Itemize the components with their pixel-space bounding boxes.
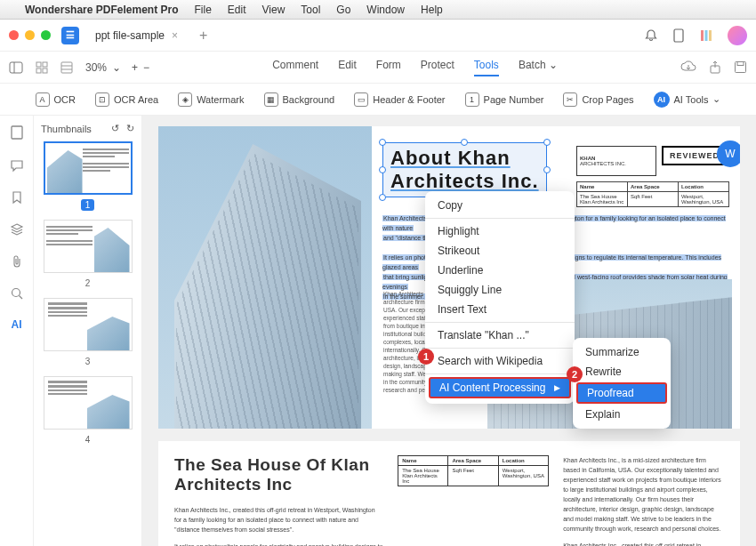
list-view-icon[interactable] [60,61,73,74]
thumbnail-page-1[interactable]: 1 [41,141,134,211]
context-translate[interactable]: Translate "Khan ..." [425,325,575,345]
context-copy[interactable]: Copy [425,196,575,215]
tab-form[interactable]: Form [376,59,401,76]
crop-icon: ✂ [563,92,577,107]
bell-icon[interactable] [644,28,658,43]
rotate-right-icon[interactable]: ↻ [126,123,134,134]
ocr-button[interactable]: AOCR [36,92,76,107]
svg-rect-15 [737,61,744,65]
ocr-area-button[interactable]: ⊡OCR Area [95,92,158,107]
save-icon[interactable] [734,60,747,75]
new-tab-button[interactable]: + [199,28,207,44]
thumbnails-rail-icon[interactable] [10,124,24,141]
cloud-icon[interactable] [680,60,696,75]
page2-title: The Sea House Of Klan Architects Inc [174,455,383,494]
context-insert-text[interactable]: Insert Text [425,300,575,319]
menu-tool[interactable]: Tool [301,4,320,16]
palette-icon[interactable] [699,28,713,43]
tab-title: ppt file-sample [95,29,165,42]
menu-help[interactable]: Help [421,4,443,16]
minimize-window-button[interactable] [25,30,35,40]
thumbnail-page-2[interactable]: 2 [41,220,134,289]
maximize-window-button[interactable] [41,30,51,40]
tab-edit[interactable]: Edit [338,59,357,76]
background-icon: ▦ [264,92,278,107]
context-ai-content-processing[interactable]: AI Content Processing ▶ [429,377,571,398]
thumbnails-title: Thumbnails [41,124,92,134]
svg-rect-8 [36,68,41,73]
header-footer-button[interactable]: ▭Header & Footer [354,92,445,107]
submenu-rewrite[interactable]: Rewrite [573,362,671,381]
tab-comment[interactable]: Comment [272,59,318,76]
document-tab[interactable]: ppt file-sample × [86,26,187,45]
zoom-in-button[interactable]: + [132,61,138,74]
menu-edit[interactable]: Edit [228,4,246,16]
chevron-down-icon: ⌄ [112,61,121,74]
context-wikipedia[interactable]: Search with Wikipedia [425,351,575,371]
context-squiggly[interactable]: Squiggly Line [425,280,575,300]
callout-badge-2: 2 [567,366,583,382]
page2-para2: It relies on photovoltaic panels for ele… [174,542,383,546]
svg-rect-0 [674,29,683,42]
sidebar-toggle-icon[interactable] [9,61,23,74]
submenu-proofread[interactable]: Proofread [576,382,667,404]
thumbnail-page-4[interactable]: 4 [41,376,134,446]
menu-file[interactable]: File [195,4,212,16]
attachment-rail-icon[interactable] [11,254,23,269]
ai-rail-icon[interactable]: AI [12,318,22,331]
crop-pages-button[interactable]: ✂Crop Pages [563,92,633,107]
thumbnail-page-3[interactable]: 3 [41,298,134,367]
company-logo: KHAN ARCHITECTS INC. [576,146,656,176]
main-toolbar: 30% ⌄ + − Comment Edit Form Protect Tool… [0,52,756,84]
zoom-control[interactable]: 30% ⌄ + − [85,61,149,74]
close-tab-button[interactable]: × [172,29,178,42]
grid-view-icon[interactable] [36,61,48,74]
search-rail-icon[interactable] [10,286,24,301]
svg-rect-7 [43,62,47,67]
rotate-left-icon[interactable]: ↺ [111,123,119,134]
zoom-out-button[interactable]: − [143,61,149,74]
tab-tools[interactable]: Tools [474,59,499,76]
device-icon[interactable] [672,28,685,43]
menu-go[interactable]: Go [336,4,350,16]
svg-rect-1 [701,30,704,41]
svg-rect-10 [61,62,72,73]
share-icon[interactable] [709,60,721,75]
menu-window[interactable]: Window [366,4,405,16]
watermark-button[interactable]: ◈Watermark [178,92,244,107]
svg-line-18 [19,296,22,300]
ai-tools-button[interactable]: AIAI Tools ⌄ [654,92,721,108]
context-strikeout[interactable]: Strikeout [425,241,575,261]
left-rail: AI [0,116,34,546]
context-highlight[interactable]: Highlight [425,221,575,241]
svg-rect-2 [705,30,708,41]
user-avatar[interactable] [728,26,747,45]
layers-rail-icon[interactable] [10,222,24,237]
page2-para1: Khan Architects Inc., created this off-g… [174,505,383,534]
tab-batch[interactable]: Batch ⌄ [519,59,558,76]
traffic-lights [9,30,51,40]
window-titlebar: ☰ ppt file-sample × + [0,20,756,52]
page-number-button[interactable]: 1Page Number [465,92,544,107]
context-underline[interactable]: Underline [425,261,575,280]
app-name[interactable]: Wondershare PDFelement Pro [25,4,179,16]
chevron-down-icon: ⌄ [712,93,720,105]
svg-rect-3 [709,30,712,41]
thumbnails-panel: Thumbnails ↺ ↻ 1 2 3 4 [34,116,142,546]
comment-rail-icon[interactable] [10,158,24,173]
selected-text-title[interactable]: About Khan Architects Inc. [382,142,547,197]
submenu-explain[interactable]: Explain [573,405,671,424]
zoom-value: 30% [85,61,107,74]
tab-protect[interactable]: Protect [421,59,454,76]
svg-rect-14 [735,61,745,72]
bookmark-rail-icon[interactable] [11,190,23,205]
submenu-summarize[interactable]: Summarize [573,342,671,362]
close-window-button[interactable] [9,30,19,40]
building-image [158,126,372,429]
svg-rect-9 [43,68,47,73]
background-button[interactable]: ▦Background [264,92,335,107]
menu-view[interactable]: View [262,4,286,16]
word-export-fab[interactable]: W [717,141,740,167]
page2-info-table: NameArea SpaceLocation The Sea House Kla… [398,455,549,486]
svg-rect-4 [10,62,22,73]
